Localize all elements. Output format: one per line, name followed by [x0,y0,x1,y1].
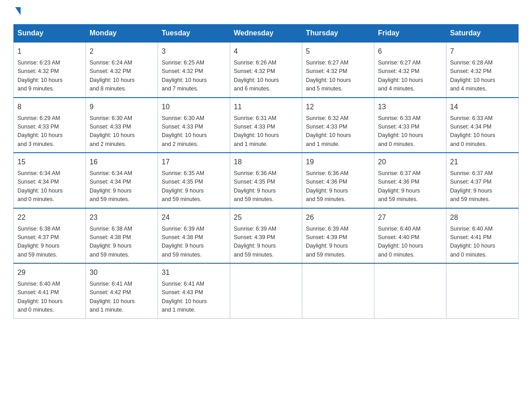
week-row-2: 8 Sunrise: 6:29 AMSunset: 4:33 PMDayligh… [14,98,519,153]
calendar-cell: 12 Sunrise: 6:32 AMSunset: 4:33 PMDaylig… [302,98,374,153]
day-number: 18 [234,157,298,167]
calendar-cell: 25 Sunrise: 6:39 AMSunset: 4:39 PMDaylig… [230,208,302,264]
day-number: 15 [17,157,82,167]
day-number: 5 [306,46,370,57]
day-info: Sunrise: 6:41 AMSunset: 4:43 PMDaylight:… [162,280,226,315]
day-info: Sunrise: 6:23 AMSunset: 4:32 PMDaylight:… [17,59,82,94]
day-info: Sunrise: 6:25 AMSunset: 4:32 PMDaylight:… [162,59,226,94]
day-number: 31 [162,267,226,278]
calendar-cell: 28 Sunrise: 6:40 AMSunset: 4:41 PMDaylig… [446,208,519,264]
day-number: 25 [234,212,298,223]
day-info: Sunrise: 6:34 AMSunset: 4:34 PMDaylight:… [17,169,82,204]
day-info: Sunrise: 6:31 AMSunset: 4:33 PMDaylight:… [234,114,298,149]
day-number: 8 [17,102,82,112]
calendar-cell: 8 Sunrise: 6:29 AMSunset: 4:33 PMDayligh… [14,98,86,153]
calendar-cell: 16 Sunrise: 6:34 AMSunset: 4:34 PMDaylig… [86,153,158,208]
day-info: Sunrise: 6:27 AMSunset: 4:32 PMDaylight:… [306,59,370,94]
day-info: Sunrise: 6:36 AMSunset: 4:36 PMDaylight:… [306,169,370,204]
day-info: Sunrise: 6:35 AMSunset: 4:35 PMDaylight:… [162,169,226,204]
day-number: 28 [450,212,515,223]
day-number: 6 [378,46,442,57]
day-info: Sunrise: 6:36 AMSunset: 4:35 PMDaylight:… [234,169,298,204]
calendar-cell: 15 Sunrise: 6:34 AMSunset: 4:34 PMDaylig… [14,153,86,208]
calendar-cell: 22 Sunrise: 6:38 AMSunset: 4:37 PMDaylig… [14,208,86,264]
day-number: 13 [378,102,442,112]
day-info: Sunrise: 6:30 AMSunset: 4:33 PMDaylight:… [162,114,226,149]
day-info: Sunrise: 6:37 AMSunset: 4:36 PMDaylight:… [378,169,442,204]
day-info: Sunrise: 6:33 AMSunset: 4:34 PMDaylight:… [450,114,515,149]
day-number: 30 [90,267,154,278]
calendar-cell [302,263,374,318]
day-number: 24 [162,212,226,223]
calendar-cell: 21 Sunrise: 6:37 AMSunset: 4:37 PMDaylig… [446,153,519,208]
day-number: 12 [306,102,370,112]
calendar-cell: 9 Sunrise: 6:30 AMSunset: 4:33 PMDayligh… [86,98,158,153]
page-header [13,9,519,15]
week-row-4: 22 Sunrise: 6:38 AMSunset: 4:37 PMDaylig… [14,208,519,264]
day-info: Sunrise: 6:41 AMSunset: 4:42 PMDaylight:… [90,280,154,315]
day-number: 9 [90,102,154,112]
calendar-cell: 7 Sunrise: 6:28 AMSunset: 4:32 PMDayligh… [446,42,519,98]
calendar-cell: 17 Sunrise: 6:35 AMSunset: 4:35 PMDaylig… [158,153,230,208]
day-number: 16 [90,157,154,167]
day-number: 29 [17,267,82,278]
day-number: 21 [450,157,515,167]
column-header-friday: Friday [374,25,446,43]
week-row-3: 15 Sunrise: 6:34 AMSunset: 4:34 PMDaylig… [14,153,519,208]
calendar-cell: 5 Sunrise: 6:27 AMSunset: 4:32 PMDayligh… [302,42,374,98]
day-info: Sunrise: 6:30 AMSunset: 4:33 PMDaylight:… [90,114,154,149]
day-info: Sunrise: 6:34 AMSunset: 4:34 PMDaylight:… [90,169,154,204]
calendar-table: SundayMondayTuesdayWednesdayThursdayFrid… [13,24,519,319]
column-header-tuesday: Tuesday [158,25,230,43]
calendar-cell [230,263,302,318]
calendar-cell: 30 Sunrise: 6:41 AMSunset: 4:42 PMDaylig… [86,263,158,318]
day-info: Sunrise: 6:39 AMSunset: 4:38 PMDaylight:… [162,225,226,260]
calendar-cell: 6 Sunrise: 6:27 AMSunset: 4:32 PMDayligh… [374,42,446,98]
day-number: 26 [306,212,370,223]
day-info: Sunrise: 6:24 AMSunset: 4:32 PMDaylight:… [90,59,154,94]
day-number: 22 [17,212,82,223]
column-header-saturday: Saturday [446,25,519,43]
day-number: 11 [234,102,298,112]
column-header-thursday: Thursday [302,25,374,43]
calendar-cell: 23 Sunrise: 6:38 AMSunset: 4:38 PMDaylig… [86,208,158,264]
calendar-cell: 14 Sunrise: 6:33 AMSunset: 4:34 PMDaylig… [446,98,519,153]
day-info: Sunrise: 6:40 AMSunset: 4:40 PMDaylight:… [378,225,442,260]
column-header-wednesday: Wednesday [230,25,302,43]
day-info: Sunrise: 6:27 AMSunset: 4:32 PMDaylight:… [378,59,442,94]
calendar-cell: 27 Sunrise: 6:40 AMSunset: 4:40 PMDaylig… [374,208,446,264]
logo-triangle-icon [15,7,21,15]
calendar-header-row: SundayMondayTuesdayWednesdayThursdayFrid… [14,25,519,43]
day-number: 7 [450,46,515,57]
week-row-1: 1 Sunrise: 6:23 AMSunset: 4:32 PMDayligh… [14,42,519,98]
day-info: Sunrise: 6:26 AMSunset: 4:32 PMDaylight:… [234,59,298,94]
calendar-cell: 24 Sunrise: 6:39 AMSunset: 4:38 PMDaylig… [158,208,230,264]
day-info: Sunrise: 6:40 AMSunset: 4:41 PMDaylight:… [17,280,82,315]
column-header-sunday: Sunday [14,25,86,43]
calendar-cell: 2 Sunrise: 6:24 AMSunset: 4:32 PMDayligh… [86,42,158,98]
day-info: Sunrise: 6:33 AMSunset: 4:33 PMDaylight:… [378,114,442,149]
day-number: 4 [234,46,298,57]
calendar-cell: 19 Sunrise: 6:36 AMSunset: 4:36 PMDaylig… [302,153,374,208]
calendar-cell: 18 Sunrise: 6:36 AMSunset: 4:35 PMDaylig… [230,153,302,208]
day-number: 19 [306,157,370,167]
column-header-monday: Monday [86,25,158,43]
day-info: Sunrise: 6:38 AMSunset: 4:37 PMDaylight:… [17,225,82,260]
calendar-cell: 26 Sunrise: 6:39 AMSunset: 4:39 PMDaylig… [302,208,374,264]
day-info: Sunrise: 6:28 AMSunset: 4:32 PMDaylight:… [450,59,515,94]
day-info: Sunrise: 6:38 AMSunset: 4:38 PMDaylight:… [90,225,154,260]
day-info: Sunrise: 6:37 AMSunset: 4:37 PMDaylight:… [450,169,515,204]
calendar-cell: 13 Sunrise: 6:33 AMSunset: 4:33 PMDaylig… [374,98,446,153]
calendar-cell: 11 Sunrise: 6:31 AMSunset: 4:33 PMDaylig… [230,98,302,153]
calendar-cell: 4 Sunrise: 6:26 AMSunset: 4:32 PMDayligh… [230,42,302,98]
day-number: 23 [90,212,154,223]
week-row-5: 29 Sunrise: 6:40 AMSunset: 4:41 PMDaylig… [14,263,519,318]
day-info: Sunrise: 6:39 AMSunset: 4:39 PMDaylight:… [306,225,370,260]
day-info: Sunrise: 6:39 AMSunset: 4:39 PMDaylight:… [234,225,298,260]
day-number: 10 [162,102,226,112]
calendar-cell: 31 Sunrise: 6:41 AMSunset: 4:43 PMDaylig… [158,263,230,318]
calendar-cell: 3 Sunrise: 6:25 AMSunset: 4:32 PMDayligh… [158,42,230,98]
day-number: 14 [450,102,515,112]
logo [13,9,21,15]
calendar-cell: 1 Sunrise: 6:23 AMSunset: 4:32 PMDayligh… [14,42,86,98]
